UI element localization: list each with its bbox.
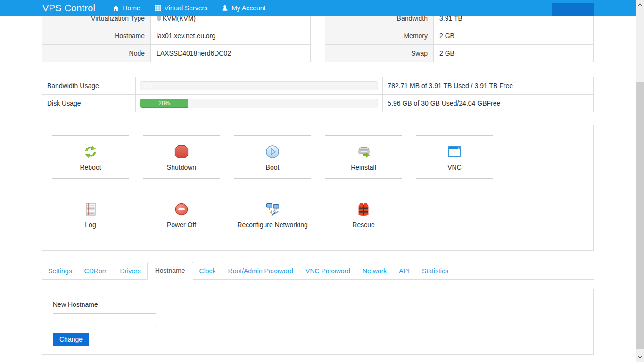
action-label: Boot	[266, 164, 280, 171]
reconfigure-networking-button[interactable]: Reconfigure Networking	[234, 193, 311, 236]
swap-label: Swap	[325, 45, 434, 62]
hostname-label: Hostname	[42, 27, 151, 45]
memory-label: Memory	[325, 27, 434, 45]
reboot-icon	[82, 143, 99, 160]
table-row: Memory 2 GB	[325, 27, 594, 45]
disk-usage-label: Disk Usage	[42, 95, 136, 112]
nav-label: My Account	[231, 4, 265, 12]
tab-statistics[interactable]: Statistics	[416, 263, 454, 280]
bandwidth-usage-percent: 0%	[144, 81, 152, 90]
settings-tab-bar: Settings CDRom Drivers Hostname Clock Ro…	[42, 262, 594, 280]
tab-network[interactable]: Network	[356, 263, 393, 280]
node-value: LAXSSD4018nerd6DC02	[151, 45, 311, 62]
tab-root-admin-password[interactable]: Root/Admin Password	[222, 263, 300, 280]
tab-hostname[interactable]: Hostname	[147, 262, 193, 280]
vnc-button[interactable]: VNC	[416, 135, 493, 179]
hostname-value: lax01.xev.net.eu.org	[151, 27, 311, 45]
grid-icon	[155, 5, 161, 11]
tab-vnc-password[interactable]: VNC Password	[299, 263, 356, 280]
top-navbar: VPS Control Home Virtual Servers My Acco…	[0, 0, 636, 16]
server-info-table-right: Bandwidth 3.91 TB Memory 2 GB Swap 2 GB	[325, 9, 594, 62]
nav-virtual-servers[interactable]: Virtual Servers	[155, 4, 208, 12]
reinstall-icon	[355, 143, 372, 160]
user-icon	[222, 5, 228, 11]
table-row: Hostname lax01.xev.net.eu.org	[42, 27, 311, 45]
action-label: Power Off	[167, 221, 196, 229]
nav-home[interactable]: Home	[112, 4, 140, 12]
action-label: Shutdown	[167, 164, 196, 171]
vnc-icon	[446, 143, 463, 160]
usage-panel: Bandwidth Usage 0% 782.71 MB of 3.91 TB …	[42, 77, 594, 112]
reinstall-button[interactable]: Reinstall	[325, 135, 402, 179]
disk-usage-percent: 20%	[140, 99, 188, 108]
page: Virtualization Type KVM(KVM) Hostname la…	[0, 0, 636, 355]
navbar-button[interactable]	[552, 3, 594, 16]
action-label: Reconfigure Networking	[237, 221, 307, 229]
power-off-icon	[173, 201, 190, 218]
power-off-button[interactable]: Power Off	[143, 193, 220, 236]
disk-usage-progressbar: 20%	[140, 99, 378, 108]
tab-drivers[interactable]: Drivers	[114, 263, 147, 280]
brand-title: VPS Control	[42, 3, 95, 14]
log-button[interactable]: Log	[52, 193, 129, 236]
nav-my-account[interactable]: My Account	[222, 4, 265, 12]
action-label: Rescue	[352, 221, 374, 229]
rescue-button[interactable]: Rescue	[325, 193, 402, 236]
log-icon	[82, 201, 99, 218]
rescue-icon	[355, 201, 372, 218]
vertical-scrollbar[interactable]	[636, 0, 644, 362]
disk-usage-detail: 5.96 GB of 30 GB Used/24.04 GBFree	[383, 95, 594, 112]
new-hostname-input[interactable]	[53, 313, 156, 327]
change-button[interactable]: Change	[53, 333, 89, 346]
scroll-down-arrow[interactable]	[636, 353, 644, 361]
nav-label: Home	[123, 4, 140, 12]
bandwidth-usage-row: Bandwidth Usage 0% 782.71 MB of 3.91 TB …	[42, 77, 594, 95]
scroll-up-arrow[interactable]	[636, 1, 644, 9]
server-info-table-left: Virtualization Type KVM(KVM) Hostname la…	[42, 9, 311, 62]
reboot-button[interactable]: Reboot	[52, 135, 129, 179]
tab-clock[interactable]: Clock	[193, 263, 222, 280]
boot-button[interactable]: Boot	[234, 135, 311, 179]
network-icon	[264, 201, 281, 218]
shutdown-icon	[173, 143, 190, 160]
home-icon	[112, 5, 119, 12]
tab-cdrom[interactable]: CDRom	[78, 263, 114, 280]
action-label: Reboot	[80, 164, 101, 171]
memory-value: 2 GB	[434, 27, 594, 45]
node-label: Node	[42, 45, 151, 62]
boot-icon	[264, 143, 281, 160]
bandwidth-usage-progressbar: 0%	[140, 81, 378, 90]
bandwidth-usage-label: Bandwidth Usage	[42, 77, 136, 95]
shutdown-button[interactable]: Shutdown	[143, 135, 220, 179]
hostname-form-panel: New Hostname Change	[42, 289, 594, 355]
tab-api[interactable]: API	[393, 263, 416, 280]
table-row: Swap 2 GB	[325, 45, 594, 62]
scrollbar-thumb[interactable]	[636, 82, 644, 349]
action-label: Log	[85, 221, 96, 229]
tab-settings[interactable]: Settings	[42, 263, 78, 280]
new-hostname-label: New Hostname	[53, 301, 583, 308]
table-row: Node LAXSSD4018nerd6DC02	[42, 45, 311, 62]
disk-usage-row: Disk Usage 20% 5.96 GB of 30 GB Used/24.…	[42, 95, 594, 112]
bandwidth-usage-detail: 782.71 MB of 3.91 TB Used / 3.91 TB Free	[383, 77, 594, 95]
actions-panel: Reboot Shutdown Boot	[42, 125, 594, 251]
nav-label: Virtual Servers	[165, 4, 208, 12]
action-label: VNC	[447, 164, 462, 171]
action-label: Reinstall	[351, 164, 376, 171]
swap-value: 2 GB	[434, 45, 594, 62]
server-info-tables: Virtualization Type KVM(KVM) Hostname la…	[42, 9, 594, 62]
